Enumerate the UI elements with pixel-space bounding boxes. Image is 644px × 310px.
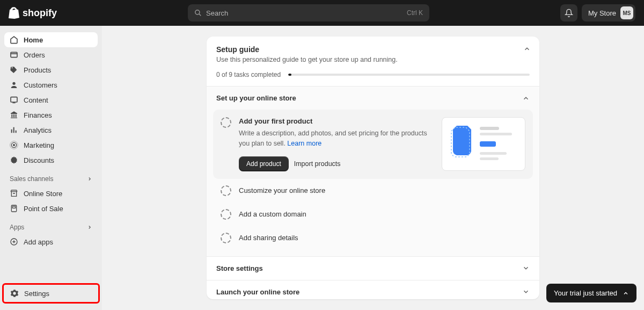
sidebar-item-customers[interactable]: Customers <box>4 77 98 92</box>
store-menu[interactable]: My Store MS <box>582 4 635 21</box>
logo[interactable]: shopify <box>9 7 57 19</box>
task-custom-domain[interactable]: Add a custom domain <box>213 203 533 226</box>
chevron-down-icon <box>522 264 530 272</box>
sidebar-item-orders[interactable]: Orders <box>4 47 98 62</box>
sidebar-item-settings[interactable]: Settings <box>5 286 97 301</box>
svg-rect-3 <box>11 97 17 102</box>
svg-rect-13 <box>480 152 507 155</box>
progress-text: 0 of 9 tasks completed <box>216 71 281 78</box>
learn-more-link[interactable]: Learn more <box>287 140 321 147</box>
task-customize-store[interactable]: Customize your online store <box>213 179 533 203</box>
customers-icon <box>10 81 18 89</box>
shopify-bag-icon <box>9 7 19 19</box>
sidebar-item-content[interactable]: Content <box>4 92 98 107</box>
sidebar-item-add-apps[interactable]: Add apps <box>4 234 98 249</box>
svg-rect-10 <box>480 127 499 130</box>
sidebar-item-finances[interactable]: Finances <box>4 107 98 122</box>
analytics-icon <box>10 126 18 134</box>
svg-rect-14 <box>480 157 499 160</box>
topbar: shopify Search Ctrl K My Store MS <box>0 0 644 26</box>
svg-point-4 <box>13 144 15 146</box>
search-placeholder: Search <box>206 9 228 17</box>
marketing-icon <box>10 141 18 149</box>
search-input[interactable]: Search Ctrl K <box>188 4 429 21</box>
guide-title: Setup guide <box>216 45 530 54</box>
orders-icon <box>10 51 18 59</box>
sidebar-item-marketing[interactable]: Marketing <box>4 138 98 153</box>
svg-rect-12 <box>480 141 496 147</box>
main-content: Setup guide Use this personalized guide … <box>102 26 644 310</box>
import-products-button[interactable]: Import products <box>294 160 341 168</box>
section-launch-store[interactable]: Launch your online store <box>207 280 539 304</box>
chevron-up-icon <box>623 290 629 297</box>
sidebar-item-online-store[interactable]: Online Store <box>4 186 98 201</box>
chevron-up-icon <box>522 95 530 102</box>
plus-circle-icon <box>10 237 18 246</box>
brand-text: shopify <box>23 8 57 19</box>
svg-rect-1 <box>11 52 17 57</box>
home-icon <box>10 35 18 44</box>
collapse-guide-button[interactable] <box>523 45 531 53</box>
task-title: Add your first product <box>239 117 434 125</box>
task-checkbox[interactable] <box>221 117 231 128</box>
notifications-button[interactable] <box>560 4 577 21</box>
finances-icon <box>10 111 18 119</box>
bell-icon <box>565 9 573 17</box>
progress-bar <box>288 74 530 76</box>
sidebar-item-discounts[interactable]: Discounts <box>4 153 98 168</box>
task-add-product: Add your first product Write a descripti… <box>213 110 533 179</box>
chevron-right-icon <box>87 225 92 230</box>
task-description: Write a description, add photos, and set… <box>239 128 434 149</box>
content-icon <box>10 96 18 104</box>
sidebar-item-pos[interactable]: Point of Sale <box>4 201 98 216</box>
pos-icon <box>10 204 18 213</box>
section-online-store-header[interactable]: Set up your online store <box>207 86 539 110</box>
task-checkbox[interactable] <box>221 209 231 220</box>
sidebar-item-home[interactable]: Home <box>4 32 98 47</box>
task-checkbox[interactable] <box>221 233 231 243</box>
search-icon <box>194 9 202 17</box>
task-checkbox[interactable] <box>221 185 231 196</box>
svg-rect-11 <box>480 133 512 135</box>
trial-banner[interactable]: Your trial just started <box>546 284 636 302</box>
products-icon <box>10 66 18 74</box>
task-sharing-details[interactable]: Add sharing details <box>213 226 533 250</box>
settings-highlight: Settings <box>2 283 100 304</box>
avatar: MS <box>620 6 633 19</box>
svg-rect-8 <box>12 206 15 208</box>
gear-icon <box>10 289 19 298</box>
sidebar-item-analytics[interactable]: Analytics <box>4 122 98 138</box>
add-product-button[interactable]: Add product <box>239 156 289 171</box>
svg-point-2 <box>12 82 15 85</box>
discounts-icon <box>10 156 18 164</box>
chevron-down-icon <box>522 288 530 295</box>
chevron-up-icon <box>523 45 531 53</box>
chevron-right-icon <box>87 176 92 182</box>
sidebar-section-channels[interactable]: Sales channels <box>4 168 98 186</box>
task-illustration <box>442 117 525 171</box>
sidebar-item-products[interactable]: Products <box>4 62 98 77</box>
svg-point-0 <box>195 10 200 15</box>
sidebar-section-apps[interactable]: Apps <box>4 216 98 234</box>
search-shortcut: Ctrl K <box>407 9 423 17</box>
setup-guide-card: Setup guide Use this personalized guide … <box>207 37 539 299</box>
sidebar: Home Orders Products Customers Content F… <box>0 26 102 310</box>
guide-subtitle: Use this personalized guide to get your … <box>216 56 530 63</box>
section-store-settings[interactable]: Store settings <box>207 256 539 280</box>
store-icon <box>10 189 18 198</box>
